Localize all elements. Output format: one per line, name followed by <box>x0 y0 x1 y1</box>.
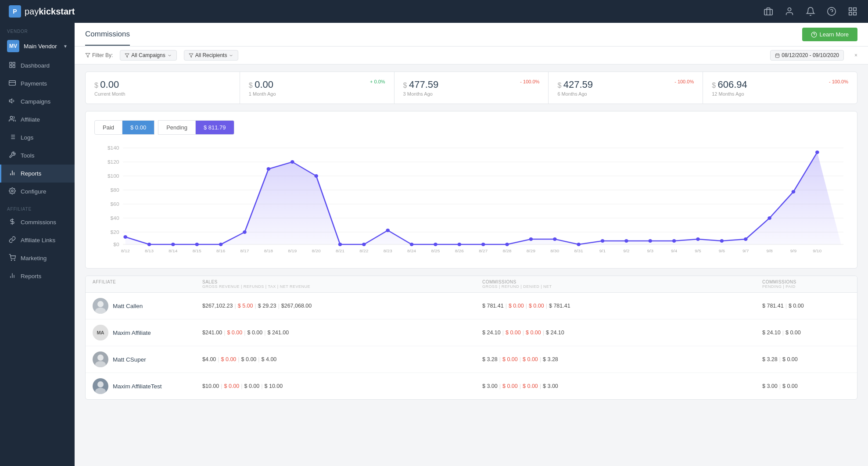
svg-point-83 <box>720 239 724 243</box>
sales-maxim-affiliate: $241.00| $ 0.00| $ 0.00| $ 241.00 <box>202 330 482 336</box>
payments-label: Payments <box>21 80 47 87</box>
affiliate-cell-matt-csuper: Matt CSuper <box>93 351 202 367</box>
svg-text:8/25: 8/25 <box>431 248 440 253</box>
svg-text:9/10: 9/10 <box>813 248 822 253</box>
stat-6-months: $ 427.59 - 100.0% 6 Months Ago <box>549 72 703 104</box>
all-campaigns-dropdown[interactable]: All Campaigns <box>120 50 176 61</box>
sidebar-item-logs[interactable]: Logs <box>0 129 75 147</box>
svg-marker-35 <box>125 54 129 57</box>
svg-rect-7 <box>849 12 852 15</box>
all-recipients-dropdown[interactable]: All Recipients <box>184 50 239 61</box>
sidebar-item-affiliate-reports[interactable]: Reports <box>0 267 75 285</box>
affiliate-name-maxim-affiliate: Maxim Affiliate <box>113 330 151 336</box>
pending-amount[interactable]: $ 811.79 <box>196 120 234 135</box>
stat-amount-0: $ 0.00 <box>94 79 119 90</box>
sidebar-item-affiliate[interactable]: Affiliate <box>0 111 75 129</box>
svg-text:9/3: 9/3 <box>647 248 654 253</box>
user-icon[interactable] <box>783 5 796 18</box>
svg-point-61 <box>195 243 199 246</box>
logo-text: paykickstart <box>25 7 75 17</box>
stat-label-2: 3 Months Ago <box>403 91 540 97</box>
svg-point-81 <box>672 239 676 243</box>
table-row: Matt Callen $267,102.23| $ 5.00| $ 29.23… <box>86 293 857 319</box>
page-title: Commissions <box>85 30 130 46</box>
sidebar-item-campaigns[interactable]: Campaigns <box>0 93 75 111</box>
chart-tabs: Paid $ 0.00 Pending $ 811.79 <box>94 120 848 135</box>
svg-text:$80: $80 <box>111 187 119 192</box>
vendor-icon: MV <box>7 40 19 52</box>
commissions-matt-callen: $ 781.41| $ 0.00| $ 0.00| $ 781.41 <box>482 303 762 309</box>
svg-text:$100: $100 <box>108 173 119 178</box>
dashboard-icon <box>8 61 16 70</box>
stat-amount-2: $ 477.59 <box>403 79 439 90</box>
sidebar-item-dashboard[interactable]: Dashboard <box>0 57 75 75</box>
affiliate-cell-maxim-affiliatetest: Maxim AffiliateTest <box>93 378 202 394</box>
topnav: P paykickstart <box>0 0 868 23</box>
bell-icon[interactable] <box>804 5 817 18</box>
campaigns-label: Campaigns <box>21 98 50 105</box>
sidebar-item-affiliate-links[interactable]: Affiliate Links <box>0 231 75 249</box>
affiliate-reports-label: Reports <box>21 273 41 280</box>
filter-bar: Filter By: All Campaigns All Recipients … <box>75 47 868 65</box>
sidebar: VENDOR MV Main Vendor ▼ Dashboard Paymen… <box>0 23 75 466</box>
commissions2-matt-callen: $ 781.41| $ 0.00 <box>762 303 850 309</box>
affiliate-name-maxim-affiliatetest: Maxim AffiliateTest <box>113 383 162 390</box>
sidebar-item-tools[interactable]: Tools <box>0 147 75 165</box>
logo[interactable]: P paykickstart <box>9 5 75 18</box>
paid-amount[interactable]: $ 0.00 <box>122 120 154 135</box>
svg-text:9/8: 9/8 <box>766 248 773 253</box>
sidebar-item-commissions[interactable]: Commissions <box>0 213 75 231</box>
svg-text:$140: $140 <box>108 145 119 150</box>
svg-point-80 <box>648 239 652 243</box>
store-icon[interactable] <box>762 5 775 18</box>
svg-text:8/17: 8/17 <box>240 248 249 253</box>
pending-tab[interactable]: Pending <box>158 120 196 135</box>
svg-text:9/2: 9/2 <box>623 248 630 253</box>
date-range-picker[interactable]: 08/12/2020 - 09/10/2020 <box>770 50 844 61</box>
col-commissions-header: COMMISSIONS GROSS | REFUND | DENIED | NE… <box>482 280 762 289</box>
avatar-maxim-affiliatetest <box>93 378 108 394</box>
affiliate-label: Affiliate <box>21 116 40 123</box>
avatar-matt-csuper <box>93 351 108 367</box>
commissions2-maxim-affiliate: $ 24.10| $ 0.00 <box>762 330 850 336</box>
svg-point-1 <box>788 8 791 11</box>
svg-text:8/18: 8/18 <box>264 248 273 253</box>
svg-point-125 <box>97 381 104 387</box>
svg-point-66 <box>314 174 318 178</box>
commissions-icon <box>8 218 16 226</box>
paid-tab[interactable]: Paid <box>94 120 122 135</box>
help-icon[interactable] <box>825 5 838 18</box>
svg-rect-0 <box>764 9 772 15</box>
svg-point-25 <box>11 190 13 192</box>
svg-text:8/12: 8/12 <box>121 248 130 253</box>
table-header: AFFILIATE SALES GROSS REVENUE | REFUNDS … <box>86 276 857 293</box>
vendor-selector[interactable]: MV Main Vendor ▼ <box>0 36 75 57</box>
stat-label-4: 12 Months Ago <box>712 91 848 97</box>
logo-icon: P <box>9 5 21 18</box>
sidebar-item-marketing[interactable]: Marketing <box>0 249 75 267</box>
stat-label-3: 6 Months Ago <box>557 91 694 97</box>
learn-more-button[interactable]: Learn More <box>802 28 857 41</box>
affiliate-icon <box>8 115 16 124</box>
stat-1-month: $ 0.00 + 0.0% 1 Month Ago <box>240 72 395 104</box>
affiliate-links-icon <box>8 236 16 244</box>
svg-text:8/30: 8/30 <box>550 248 560 253</box>
commissions2-matt-csuper: $ 3.28| $ 0.00 <box>762 356 850 362</box>
chevron-down-icon: ▼ <box>63 44 68 49</box>
dashboard-label: Dashboard <box>21 62 50 69</box>
reports-label: Reports <box>21 170 41 177</box>
svg-text:9/1: 9/1 <box>599 248 606 253</box>
svg-text:9/5: 9/5 <box>695 248 701 253</box>
payments-icon <box>8 79 16 88</box>
logs-label: Logs <box>21 134 33 141</box>
vendor-name: Main Vendor <box>24 43 57 50</box>
svg-point-82 <box>696 237 700 241</box>
sidebar-item-configure[interactable]: Configure <box>0 183 75 201</box>
grid-icon[interactable] <box>846 5 859 18</box>
sidebar-item-payments[interactable]: Payments <box>0 75 75 93</box>
filter-close-button[interactable]: × <box>854 52 857 58</box>
svg-point-65 <box>291 160 294 164</box>
svg-marker-57 <box>126 152 841 244</box>
table-row: Matt CSuper $4.00| $ 0.00| $ 0.00| $ 4.0… <box>86 346 857 373</box>
sidebar-item-reports[interactable]: Reports <box>0 165 75 183</box>
